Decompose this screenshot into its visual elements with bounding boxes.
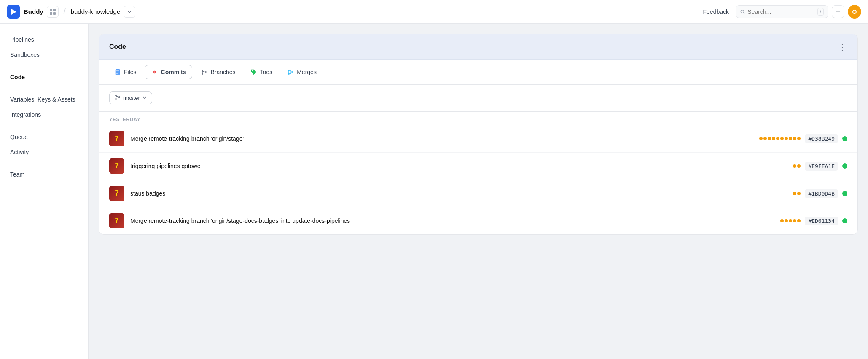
buddy-logo[interactable]: [7, 5, 20, 19]
sidebar-item-team[interactable]: Team: [0, 167, 88, 182]
search-input[interactable]: [747, 8, 814, 15]
sidebar: Pipelines Sandboxes Code Variables, Keys…: [0, 24, 89, 359]
commit-status-indicator: [842, 218, 847, 223]
branch-name: master: [123, 95, 140, 101]
commit-status-indicator: [842, 163, 847, 169]
svg-point-15: [288, 70, 290, 71]
sidebar-item-queue[interactable]: Queue: [0, 129, 88, 145]
commit-status-indicator: [842, 191, 847, 196]
commit-hash[interactable]: #D38B249: [805, 134, 838, 143]
commit-meta: #D38B249: [759, 134, 847, 143]
pipeline-dots: [759, 137, 801, 140]
svg-rect-2: [53, 9, 56, 11]
commits-section: YESTERDAY Merge remote-tracking branch '…: [99, 112, 857, 234]
commit-row: Merge remote-tracking branch 'origin/sta…: [99, 125, 857, 153]
feedback-link[interactable]: Feedback: [700, 7, 732, 17]
pipeline-dots: [793, 164, 801, 168]
svg-rect-3: [50, 12, 52, 15]
tab-branches-label: Branches: [210, 69, 235, 75]
tab-commits-label: Commits: [161, 69, 186, 75]
tab-commits[interactable]: Commits: [145, 65, 193, 79]
tab-branches[interactable]: Branches: [194, 65, 242, 79]
svg-point-18: [115, 95, 117, 96]
commit-hash[interactable]: #ED61134: [805, 217, 838, 225]
search-bar[interactable]: /: [736, 5, 828, 18]
search-shortcut: /: [817, 8, 824, 16]
sidebar-item-integrations[interactable]: Integrations: [0, 107, 88, 122]
tab-files-label: Files: [124, 69, 137, 75]
commit-row: triggering pipelines gotowe #E9FEA1E: [99, 153, 857, 180]
commit-message: staus badges: [130, 190, 787, 197]
commit-row: Merge remote-tracking branch 'origin/sta…: [99, 207, 857, 234]
sidebar-item-activity[interactable]: Activity: [0, 145, 88, 160]
pipeline-dots: [780, 219, 801, 222]
project-dropdown[interactable]: [124, 6, 135, 18]
commits-icon: [151, 68, 159, 76]
commit-hash[interactable]: #1BD0D4B: [805, 189, 838, 198]
sidebar-divider-2: [10, 88, 78, 88]
sidebar-item-pipelines[interactable]: Pipelines: [0, 32, 88, 47]
app-name: Buddy: [24, 8, 43, 15]
tags-icon: [250, 68, 258, 76]
add-button[interactable]: +: [832, 5, 844, 18]
header: Buddy / buddy-knowledge Feedback / + O: [0, 0, 868, 24]
commit-meta: #E9FEA1E: [793, 162, 847, 171]
tab-merges[interactable]: Merges: [280, 65, 323, 79]
commit-avatar: [109, 131, 124, 146]
project-name: buddy-knowledge: [71, 8, 121, 15]
svg-point-17: [291, 71, 293, 73]
commit-avatar: [109, 213, 124, 228]
svg-point-12: [202, 73, 203, 75]
svg-rect-1: [50, 9, 52, 11]
card-header: Code ⋮: [99, 34, 857, 60]
card-title: Code: [109, 43, 126, 51]
tabs-bar: Files Commits: [99, 60, 857, 85]
commits-section-label: YESTERDAY: [99, 112, 857, 125]
sidebar-item-code[interactable]: Code: [0, 70, 88, 85]
sidebar-divider-3: [10, 126, 78, 126]
branch-icon: [115, 94, 121, 102]
commit-meta: #1BD0D4B: [793, 189, 847, 198]
tab-tags[interactable]: Tags: [244, 65, 279, 79]
card-menu-icon[interactable]: ⋮: [838, 42, 847, 52]
header-divider: /: [64, 7, 66, 16]
commit-message: Merge remote-tracking branch 'origin/sta…: [130, 217, 774, 224]
branch-dropdown-icon: [142, 95, 147, 101]
layout: Pipelines Sandboxes Code Variables, Keys…: [0, 24, 868, 359]
merges-icon: [287, 68, 294, 76]
branches-icon: [200, 68, 208, 76]
commit-avatar: [109, 186, 124, 201]
code-card: Code ⋮ Files: [99, 34, 858, 235]
branch-selector: master: [99, 85, 857, 112]
search-icon: [740, 9, 745, 15]
svg-point-14: [252, 70, 253, 71]
commit-avatar: [109, 158, 124, 174]
sidebar-divider-4: [10, 163, 78, 163]
commit-hash[interactable]: #E9FEA1E: [805, 162, 838, 171]
grid-icon[interactable]: [47, 6, 59, 18]
commit-message: triggering pipelines gotowe: [130, 163, 787, 169]
commit-row: staus badges #1BD0D4B: [99, 180, 857, 207]
tab-tags-label: Tags: [260, 69, 273, 75]
svg-point-16: [288, 73, 290, 75]
svg-marker-0: [11, 9, 16, 15]
svg-point-13: [205, 71, 207, 73]
files-icon: [114, 68, 121, 76]
svg-rect-4: [53, 12, 56, 15]
svg-point-10: [154, 72, 155, 73]
sidebar-item-sandboxes[interactable]: Sandboxes: [0, 47, 88, 62]
tab-files[interactable]: Files: [107, 65, 143, 79]
main-content: Code ⋮ Files: [89, 24, 868, 359]
pipeline-dots: [793, 192, 801, 195]
commit-meta: #ED61134: [780, 217, 847, 225]
commit-message: Merge remote-tracking branch 'origin/sta…: [130, 135, 753, 142]
svg-point-20: [118, 96, 120, 98]
tab-merges-label: Merges: [297, 69, 317, 75]
sidebar-divider-1: [10, 66, 78, 66]
commit-status-indicator: [842, 136, 847, 141]
sidebar-item-variables[interactable]: Variables, Keys & Assets: [0, 92, 88, 107]
svg-point-19: [115, 98, 117, 100]
user-avatar[interactable]: O: [848, 5, 861, 19]
branch-dropdown-button[interactable]: master: [109, 91, 152, 104]
